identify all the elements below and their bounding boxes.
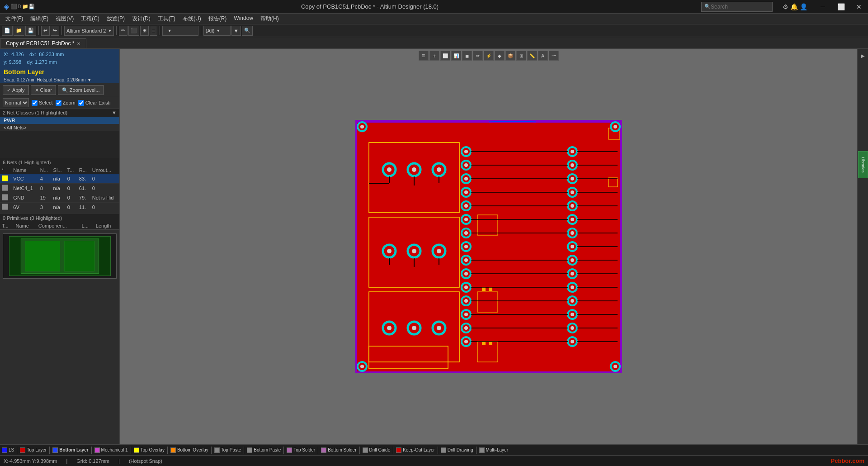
pcb-area[interactable]: ≡ + ⬜ 📊 ◼ ✏ ⚡ ◆ 📦 ⊞ 📏 A 〜	[120, 49, 857, 444]
close-button[interactable]: ✕	[850, 0, 868, 14]
layer-color-2	[52, 447, 58, 453]
menu-item-c[interactable]: 工程(C)	[77, 14, 103, 24]
menu-item-h[interactable]: 帮助(H)	[257, 14, 283, 24]
toolbar-filter-btn1[interactable]: ▼	[231, 26, 241, 36]
layer-item-top-paste[interactable]: Top Paste	[214, 447, 241, 453]
pcb-rect-btn[interactable]: ⬜	[440, 51, 450, 61]
pcb-diamond-btn[interactable]: ◆	[495, 51, 505, 61]
status-snap: (Hotspot Snap)	[129, 458, 162, 464]
layer-item-top-solder[interactable]: Top Solder	[287, 447, 315, 453]
layer-item-drill-guide[interactable]: Drill Guide	[363, 447, 391, 453]
toolbar-redo[interactable]: ↪	[51, 26, 59, 36]
net-row-0[interactable]: VCC 4 n/a 0 83. 0	[0, 174, 119, 184]
apply-button[interactable]: ✓ Apply	[3, 85, 29, 95]
pcb-wave-btn[interactable]: 〜	[549, 51, 559, 61]
pcb-text-btn[interactable]: A	[538, 51, 548, 61]
net-classes-count: 2 Net Classes (1 Highlighted)	[3, 110, 67, 115]
toolbar-btn3[interactable]: ⊞	[140, 26, 149, 36]
net-row-1[interactable]: NetC4_1 8 n/a 0 61. 0	[0, 184, 119, 193]
pcb-add-btn[interactable]: +	[429, 51, 439, 61]
right-panel-top-btn[interactable]: ▶	[858, 51, 868, 61]
toolbar-open[interactable]: 📁	[14, 26, 24, 36]
layer-color-13	[479, 447, 485, 453]
menu-item-p[interactable]: 放置(P)	[103, 14, 128, 24]
layer-item-top-overlay[interactable]: Top Overlay	[134, 447, 165, 453]
svg-point-51	[464, 272, 468, 276]
menu-item-window[interactable]: Window	[230, 14, 257, 24]
layer-item-ls[interactable]: LS	[2, 447, 14, 453]
net-classes-dropdown-icon[interactable]: ▼	[112, 110, 117, 115]
toolbar-all-dropdown[interactable]: (All) ▼	[203, 26, 231, 36]
zoom-checkbox-label[interactable]: Zoom	[56, 100, 75, 106]
toolbar-filter-btn2[interactable]: 🔍	[242, 26, 253, 36]
pcb-canvas[interactable]: ×	[355, 120, 622, 373]
layer-item-bottom-paste[interactable]: Bottom Paste	[247, 447, 281, 453]
zoom-level-button[interactable]: 🔍 Zoom Level...	[58, 85, 104, 95]
layer-label-5: Bottom Overlay	[177, 447, 208, 452]
tab-pcb[interactable]: Copy of PCB1C51.PcbDoc * ✕	[0, 38, 86, 48]
mode-select[interactable]: Normal	[3, 98, 29, 107]
layer-item-multi-layer[interactable]: Multi-Layer	[479, 447, 508, 453]
layer-item-keep-out-layer[interactable]: Keep-Out Layer	[396, 447, 435, 453]
status-sep1: |	[66, 458, 67, 464]
clear-existing-checkbox[interactable]	[78, 100, 84, 106]
main-area: X: -4.826 dx: -86.233 mm y: 9.398 dy: 1.…	[0, 49, 868, 444]
search-box[interactable]: 🔍	[701, 2, 773, 12]
user-icon[interactable]: 👤	[800, 3, 807, 10]
bell-icon[interactable]: 🔔	[790, 3, 798, 10]
select-checkbox[interactable]	[32, 100, 38, 106]
statusbar: X:-4.953mm Y:9.398mm | Grid: 0.127mm | (…	[0, 455, 868, 466]
pcb-zoom-btn[interactable]: ⊞	[516, 51, 526, 61]
menu-item-d[interactable]: 设计(D)	[128, 14, 154, 24]
net-row-2[interactable]: GND 19 n/a 0 79. Net is Hid	[0, 193, 119, 203]
layer-label-3: Mechanical 1	[101, 447, 128, 452]
pcb-bar-btn[interactable]: 📊	[451, 51, 461, 61]
toolbar-sep2	[61, 26, 62, 35]
settings-icon[interactable]: ⚙	[783, 3, 788, 10]
snap-dropdown-icon[interactable]: ▼	[87, 78, 91, 82]
net-class-all[interactable]: <All Nets>	[0, 124, 119, 131]
menu-item-v[interactable]: 视图(V)	[52, 14, 77, 24]
net-row-3[interactable]: 6V 3 n/a 0 11. 0	[0, 203, 119, 212]
pcb-marker-btn[interactable]: ⚡	[484, 51, 494, 61]
toolbar-btn1[interactable]: ✏	[119, 26, 127, 36]
tab-close-icon[interactable]: ✕	[77, 41, 80, 46]
libraries-button[interactable]: Libraries	[858, 151, 868, 178]
toolbar-save[interactable]: 💾	[25, 26, 36, 36]
layer-item-bottom-overlay[interactable]: Bottom Overlay	[170, 447, 208, 453]
layer-item-drill-drawing[interactable]: Drill Drawing	[441, 447, 473, 453]
search-input[interactable]	[711, 4, 769, 10]
layer-item-top-layer[interactable]: Top Layer	[20, 447, 47, 453]
minimize-button[interactable]: ─	[814, 0, 832, 14]
pcb-component-btn[interactable]: 📦	[505, 51, 515, 61]
clear-existing-label[interactable]: Clear Existi	[78, 100, 111, 106]
menu-item-f[interactable]: 文件(F)	[2, 14, 27, 24]
minimap[interactable]	[3, 233, 117, 279]
menu-item-r[interactable]: 报告(R)	[205, 14, 231, 24]
apply-label: Apply	[12, 87, 25, 93]
net-class-pwr[interactable]: PWR	[0, 117, 119, 124]
layer-color-10	[363, 447, 368, 453]
pcb-filter-btn[interactable]: ≡	[419, 51, 429, 61]
menu-item-t[interactable]: 工具(T)	[154, 14, 179, 24]
toolbar-btn4[interactable]: ≡	[150, 26, 157, 36]
zoom-checkbox[interactable]	[56, 100, 61, 106]
layer-item-bottom-solder[interactable]: Bottom Solder	[321, 447, 356, 453]
pcb-sq-btn[interactable]: ◼	[462, 51, 472, 61]
menu-item-u[interactable]: 布线(U)	[179, 14, 205, 24]
layer-item-bottom-layer[interactable]: Bottom Layer	[52, 447, 88, 453]
toolbar-undo[interactable]: ↩	[41, 26, 50, 36]
menu-item-e[interactable]: 编辑(E)	[27, 14, 52, 24]
pcb-draw-btn[interactable]: ✏	[473, 51, 483, 61]
clear-button[interactable]: ✕ Clear	[31, 85, 56, 95]
select-checkbox-label[interactable]: Select	[32, 100, 53, 106]
toolbar-new[interactable]: 📄	[2, 26, 13, 36]
svg-point-93	[360, 125, 364, 128]
toolbar-btn2[interactable]: ⬛	[128, 26, 139, 36]
layer-item-mechanical-1[interactable]: Mechanical 1	[94, 447, 128, 453]
toolbar-standard-dropdown[interactable]: Altium Standard 2 ▼	[64, 26, 114, 36]
toolbar-filter-dropdown[interactable]: ▼	[162, 26, 198, 36]
pcb-measure-btn[interactable]: 📏	[527, 51, 537, 61]
restore-button[interactable]: ⬜	[832, 0, 850, 14]
svg-point-67	[571, 177, 574, 181]
